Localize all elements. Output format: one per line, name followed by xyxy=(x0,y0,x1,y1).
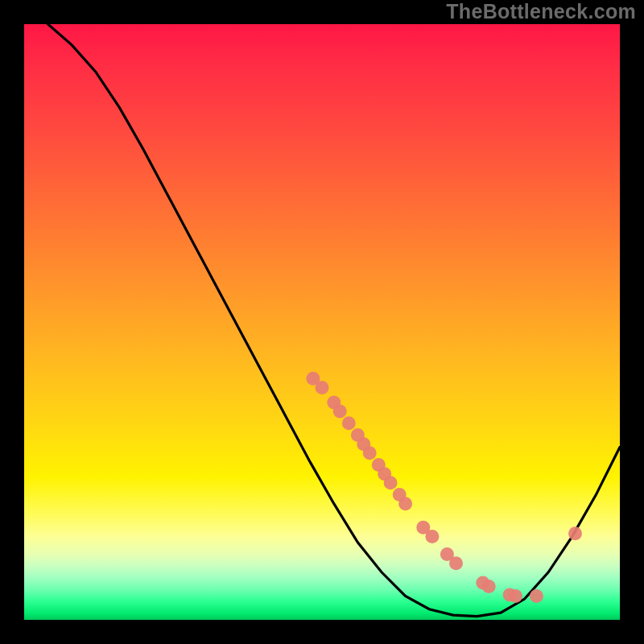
plot-area xyxy=(24,24,620,620)
marker-dot xyxy=(398,497,412,510)
marker-dot xyxy=(333,405,347,419)
marker-dot xyxy=(425,530,439,543)
bottleneck-curve xyxy=(24,24,620,617)
chart-frame: TheBottleneck.com xyxy=(0,0,644,644)
curve-svg xyxy=(24,24,620,620)
marker-dot xyxy=(509,589,522,603)
watermark-label: TheBottleneck.com xyxy=(446,0,636,23)
marker-dot xyxy=(530,589,543,603)
marker-dot xyxy=(449,556,463,570)
marker-dot xyxy=(342,416,356,430)
marker-dot xyxy=(363,446,377,460)
marker-dot xyxy=(316,381,329,394)
marker-dot xyxy=(482,580,496,593)
highlighted-points xyxy=(306,372,582,603)
marker-dot xyxy=(384,476,398,489)
marker-dot xyxy=(568,526,582,540)
